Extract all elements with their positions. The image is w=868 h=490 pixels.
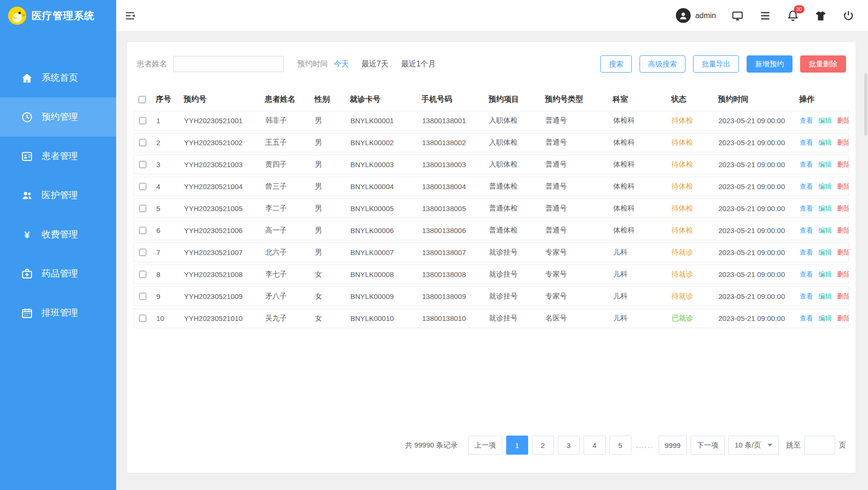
theme-tshirt-icon[interactable] xyxy=(814,10,827,22)
row-actions: 查看 编辑 删除 xyxy=(798,204,848,213)
scrollbar-thumb[interactable] xyxy=(864,73,868,136)
delete-link[interactable]: 删除 xyxy=(837,160,848,168)
row-checkbox[interactable] xyxy=(139,183,146,190)
fullscreen-icon[interactable] xyxy=(731,10,744,22)
edit-link[interactable]: 编辑 xyxy=(818,160,832,168)
sidebar-item-home[interactable]: 系统首页 xyxy=(0,58,116,97)
row-checkbox[interactable] xyxy=(139,227,146,234)
delete-link[interactable]: 删除 xyxy=(837,270,848,278)
view-link[interactable]: 查看 xyxy=(800,204,813,212)
appointment-number: YYH20230521005 xyxy=(182,204,263,213)
row-checkbox[interactable] xyxy=(139,161,146,168)
last-page-button[interactable]: 9999 xyxy=(659,436,687,455)
row-checkbox[interactable] xyxy=(139,117,146,124)
notifications-bell-icon[interactable]: 30 xyxy=(787,10,799,22)
delete-link[interactable]: 删除 xyxy=(837,292,848,300)
next-page-button[interactable]: 下一项 xyxy=(691,436,725,455)
logout-power-icon[interactable] xyxy=(842,10,855,22)
hamburger-menu-icon[interactable] xyxy=(759,10,771,22)
delete-link[interactable]: 删除 xyxy=(837,204,848,212)
delete-link[interactable]: 删除 xyxy=(837,182,848,190)
time-filter-label: 预约时间 xyxy=(297,59,328,69)
row-actions: 查看 编辑 删除 xyxy=(798,314,848,323)
edit-link[interactable]: 编辑 xyxy=(818,248,832,256)
sidebar-item-medicine[interactable]: 药品管理 xyxy=(0,254,116,293)
view-link[interactable]: 查看 xyxy=(800,270,813,278)
advanced-search-button[interactable]: 高级搜索 xyxy=(640,55,685,73)
view-link[interactable]: 查看 xyxy=(800,226,813,234)
edit-link[interactable]: 编辑 xyxy=(818,226,832,234)
sidebar-item-patient[interactable]: 患者管理 xyxy=(0,137,116,176)
edit-link[interactable]: 编辑 xyxy=(818,270,832,278)
row-checkbox[interactable] xyxy=(139,249,146,256)
select-all-checkbox[interactable] xyxy=(139,96,146,103)
row-checkbox-cell xyxy=(134,315,154,322)
delete-link[interactable]: 删除 xyxy=(837,226,848,234)
row-actions: 查看 编辑 删除 xyxy=(798,138,848,147)
row-checkbox[interactable] xyxy=(139,205,146,212)
patient-name-input[interactable] xyxy=(173,56,284,72)
patient-name: 王五子 xyxy=(263,138,313,147)
department: 体检科 xyxy=(611,204,670,213)
time-filter-1month[interactable]: 最近1个月 xyxy=(401,59,436,69)
batch-delete-button[interactable]: 批量删除 xyxy=(800,55,846,73)
new-appointment-button[interactable]: 新增预约 xyxy=(747,55,792,73)
jump-to-input[interactable] xyxy=(804,436,835,455)
view-link[interactable]: 查看 xyxy=(800,160,813,168)
sidebar-menu: 系统首页 预约管理 患者管理 医护管理 ¥ 收费管理 药品管理 排班管理 xyxy=(0,58,116,332)
edit-link[interactable]: 编辑 xyxy=(818,138,832,146)
sidebar-item-clock[interactable]: 预约管理 xyxy=(0,97,116,137)
prev-page-button[interactable]: 上一项 xyxy=(468,436,502,455)
view-link[interactable]: 查看 xyxy=(800,138,813,146)
edit-link[interactable]: 编辑 xyxy=(818,117,832,124)
delete-link[interactable]: 删除 xyxy=(837,138,848,146)
view-link[interactable]: 查看 xyxy=(800,117,813,124)
department: 儿科 xyxy=(611,292,670,301)
view-link[interactable]: 查看 xyxy=(800,182,813,190)
status-badge: 待体检 xyxy=(670,160,716,169)
edit-link[interactable]: 编辑 xyxy=(818,314,832,322)
col-header-time: 预约时间 xyxy=(716,95,797,105)
sidebar-item-fee[interactable]: ¥ 收费管理 xyxy=(0,215,116,254)
collapse-menu-icon[interactable] xyxy=(124,10,136,22)
delete-link[interactable]: 删除 xyxy=(837,117,848,124)
row-checkbox-cell xyxy=(134,183,154,190)
page-size-select[interactable]: 10 条/页 xyxy=(728,436,779,455)
row-checkbox[interactable] xyxy=(139,139,146,146)
edit-link[interactable]: 编辑 xyxy=(818,182,832,190)
view-link[interactable]: 查看 xyxy=(800,314,813,322)
time-filter-7days[interactable]: 最近7天 xyxy=(361,59,389,69)
time-filter-today[interactable]: 今天 xyxy=(334,59,349,69)
appointment-number: YYH20230521004 xyxy=(182,182,263,191)
row-checkbox[interactable] xyxy=(139,315,146,322)
edit-link[interactable]: 编辑 xyxy=(818,204,832,212)
page-button-5[interactable]: 5 xyxy=(609,436,631,455)
view-link[interactable]: 查看 xyxy=(800,292,813,300)
department: 体检科 xyxy=(611,116,670,125)
sidebar-item-schedule[interactable]: 排班管理 xyxy=(0,293,116,332)
page-button-1[interactable]: 1 xyxy=(506,436,528,455)
patient-name: 黄四子 xyxy=(263,160,313,169)
edit-link[interactable]: 编辑 xyxy=(818,292,832,300)
page-button-2[interactable]: 2 xyxy=(532,436,554,455)
status-badge: 待体检 xyxy=(670,204,716,213)
page-button-3[interactable]: 3 xyxy=(558,436,580,455)
appointment-number: YYH20230521007 xyxy=(182,248,263,256)
row-checkbox-cell xyxy=(134,271,154,278)
row-checkbox[interactable] xyxy=(139,271,146,278)
delete-link[interactable]: 删除 xyxy=(837,248,848,256)
sidebar-item-staff[interactable]: 医护管理 xyxy=(0,176,116,215)
batch-export-button[interactable]: 批量导出 xyxy=(693,55,739,73)
search-button[interactable]: 搜索 xyxy=(600,55,632,73)
appointment-number: YYH20230521009 xyxy=(182,292,263,300)
col-header-phone: 手机号码 xyxy=(420,95,487,105)
col-header-department: 科室 xyxy=(611,95,669,105)
page-button-4[interactable]: 4 xyxy=(584,436,606,455)
appointment-project: 入职体检 xyxy=(487,116,543,125)
delete-link[interactable]: 删除 xyxy=(837,314,848,322)
row-checkbox[interactable] xyxy=(139,293,146,300)
appointment-project: 普通体检 xyxy=(487,204,543,213)
svg-text:¥: ¥ xyxy=(24,229,30,240)
user-menu[interactable]: admin xyxy=(676,8,716,23)
view-link[interactable]: 查看 xyxy=(800,248,813,256)
